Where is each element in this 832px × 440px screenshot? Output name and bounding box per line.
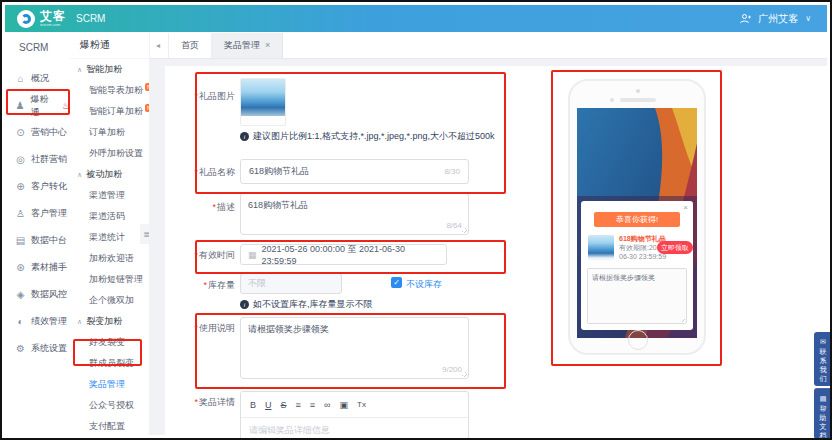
gift-name-input[interactable]: 618购物节礼品 8/30: [240, 159, 469, 184]
description-label-text: 描述: [217, 202, 235, 212]
help-docs-button[interactable]: ▤ 帮助文档: [814, 388, 832, 439]
tabs-back-arrow-icon[interactable]: ◂: [156, 41, 160, 50]
submenu-item-label: 智能订单加粉: [89, 105, 143, 118]
document-icon: ▤: [820, 394, 827, 403]
usage-textarea[interactable]: 请根据领奖步骤领奖 9/200: [240, 317, 469, 379]
resize-grip-icon[interactable]: [461, 227, 467, 233]
submenu-item-order-fan[interactable]: 订单加粉: [70, 122, 149, 143]
submenu-item-group-member-fission[interactable]: 群成员裂变: [70, 353, 149, 374]
editor-strikethrough-icon[interactable]: S: [281, 400, 287, 410]
sidebar-item-customer-management[interactable]: ♙客户管理: [5, 200, 70, 227]
sidebar-item-label: 社群营销: [31, 153, 67, 166]
gauge-icon: ◐: [15, 316, 26, 327]
submenu-item-official-account-auth[interactable]: 公众号授权: [70, 395, 149, 416]
editor-ordered-list-icon[interactable]: ≡: [296, 400, 301, 410]
tab-bar: ◂ 首页 奖品管理 ×: [150, 32, 827, 59]
rich-text-editor: BUS≡≡∞▣Tx 请编辑奖品详细信息: [240, 391, 469, 440]
tab-close-icon[interactable]: ×: [265, 40, 270, 50]
sidebar-item-fan-blast[interactable]: ♟爆粉通♨: [5, 92, 70, 119]
submenu-item-label: 支付配置: [89, 420, 125, 433]
gift-image-thumbnail[interactable]: [240, 78, 286, 126]
description-counter: 8/64: [446, 221, 462, 230]
submenu-item-payment-config[interactable]: 支付配置: [70, 416, 149, 437]
phone-preview: × 恭喜你获得! 618购物节礼品 有效期限:2021-06-30 23:59:…: [568, 79, 706, 355]
prize-detail-label: *奖品详情: [183, 396, 235, 409]
sidebar-item-performance-management[interactable]: ◐绩效管理: [5, 308, 70, 335]
editor-clear-format-icon[interactable]: Tx: [357, 400, 366, 409]
submenu-item-label: 公众号授权: [89, 399, 134, 412]
stock-hint: i 如不设置库存,库存量显示不限: [240, 298, 373, 311]
submenu-item-label: 智能导表加粉: [89, 84, 143, 97]
claim-now-button[interactable]: 立即领取: [657, 241, 693, 254]
submenu-item-label: 订单加粉: [89, 126, 125, 139]
sidebar-item-system-settings[interactable]: ⚙系统设置: [5, 335, 70, 362]
submenu-group-smart-fan-add[interactable]: ∧智能加粉: [70, 59, 149, 80]
sidebar-item-data-center[interactable]: ▤数据中台: [5, 227, 70, 254]
sidebar-item-material-hunter[interactable]: ⊛素材捕手: [5, 254, 70, 281]
no-stock-checkbox[interactable]: ✓: [391, 277, 402, 288]
submenu-item-prize-management[interactable]: 奖品管理: [70, 374, 149, 395]
submenu-item-label: 加粉欢迎语: [89, 252, 134, 265]
submenu-item-qiwei-double-add[interactable]: 企个微双加: [70, 290, 149, 311]
topbar-user-area[interactable]: 广州艾客 ∨: [739, 12, 811, 26]
stock-input[interactable]: 不限: [240, 273, 342, 294]
phone-home-button: [628, 330, 648, 350]
sidebar-item-customer-conversion[interactable]: ⊕客户转化: [5, 173, 70, 200]
submenu-item-channel-stats[interactable]: 渠道统计: [70, 227, 149, 248]
editor-bold-icon[interactable]: B: [250, 400, 256, 410]
usage-label: *使用说明: [183, 322, 235, 335]
submenu-item-fan-shortlink-management[interactable]: 加粉短链管理: [70, 269, 149, 290]
submenu-item-channel-livecode[interactable]: 渠道活码: [70, 206, 149, 227]
sidebar-item-marketing-center[interactable]: ⊙营销中心: [5, 119, 70, 146]
sidebar-item-label: 客户转化: [31, 180, 67, 193]
resize-grip-icon[interactable]: [461, 371, 467, 377]
sidebar-item-overview[interactable]: ⌂概况: [5, 65, 70, 92]
contact-us-button[interactable]: ✉ 联系我们: [814, 332, 832, 386]
gift-name-label-text: 礼品名称: [199, 167, 235, 177]
editor-placeholder[interactable]: 请编辑奖品详细信息: [241, 418, 468, 440]
stock-hint-text: 如不设置库存,库存量显示不限: [253, 298, 373, 311]
editor-underline-icon[interactable]: U: [265, 400, 272, 410]
sidebar-item-label: 数据风控: [31, 288, 67, 301]
gift-image-hint-text: 建议图片比例1:1,格式支持,*.jpg,*.jpeg,*.png,大小不超过5…: [253, 130, 495, 143]
submenu-item-smart-order-fan[interactable]: 智能订单加粉NEW: [70, 101, 149, 122]
submenu-item-friend-fission[interactable]: 好友裂变: [70, 332, 149, 353]
description-textarea[interactable]: 618购物节礼品 8/64: [240, 193, 469, 235]
customer-icon: ♙: [15, 208, 26, 219]
usage-counter: 9/200: [442, 365, 462, 374]
database-icon: ▤: [15, 235, 26, 246]
collapse-arrow-icon: ∧: [77, 171, 82, 179]
editor-link-icon[interactable]: ∞: [324, 400, 330, 410]
submenu-group-fission-fan-add[interactable]: ∧裂变加粉: [70, 311, 149, 332]
phone-screen: × 恭喜你获得! 618购物节礼品 有效期限:2021-06-30 23:59:…: [577, 108, 697, 338]
convert-icon: ⊕: [15, 181, 26, 192]
sidebar-item-community-marketing[interactable]: ◎社群营销: [5, 146, 70, 173]
required-mark: *: [194, 167, 198, 177]
tab-home[interactable]: 首页: [168, 33, 211, 58]
sidebar-item-data-risk[interactable]: ◈数据风控: [5, 281, 70, 308]
collapse-arrow-icon: ∧: [77, 318, 82, 326]
valid-time-range-input[interactable]: ▦ 2021-05-26 00:00:00 至 2021-06-30 23:59…: [240, 244, 447, 265]
editor-toolbar: BUS≡≡∞▣Tx: [241, 392, 468, 418]
resize-grip-icon: [679, 316, 685, 322]
submenu-item-smart-import-fan[interactable]: 智能导表加粉NEW: [70, 80, 149, 101]
user-name: 广州艾客: [758, 12, 798, 26]
submenu-item-label: 加粉短链管理: [89, 273, 143, 286]
sidebar-item-label: 爆粉通: [30, 93, 56, 119]
submenu-item-channel-management[interactable]: 渠道管理: [70, 185, 149, 206]
editor-unordered-list-icon[interactable]: ≡: [310, 400, 315, 410]
editor-image-icon[interactable]: ▣: [339, 400, 348, 410]
sidebar-item-label: 客户管理: [31, 207, 67, 220]
tab-prize-management[interactable]: 奖品管理 ×: [211, 33, 283, 58]
submenu-group-passive-fan-add[interactable]: ∧被动加粉: [70, 164, 149, 185]
prize-instructions-text: 请根据领奖步骤领奖: [592, 274, 655, 281]
submenu-item-outbound-fan-settings[interactable]: 外呼加粉设置: [70, 143, 149, 164]
hot-badge-icon: ♨: [62, 101, 70, 111]
tab-home-label: 首页: [181, 39, 199, 52]
product-label: SCRM: [76, 13, 105, 24]
no-stock-checkbox-label[interactable]: 不设库存: [406, 278, 442, 291]
submenu-item-fan-welcome-message[interactable]: 加粉欢迎语: [70, 248, 149, 269]
popup-close-icon[interactable]: ×: [683, 203, 688, 212]
submenu-item-label: 好友裂变: [89, 336, 125, 349]
gift-name-counter: 8/30: [444, 167, 460, 176]
